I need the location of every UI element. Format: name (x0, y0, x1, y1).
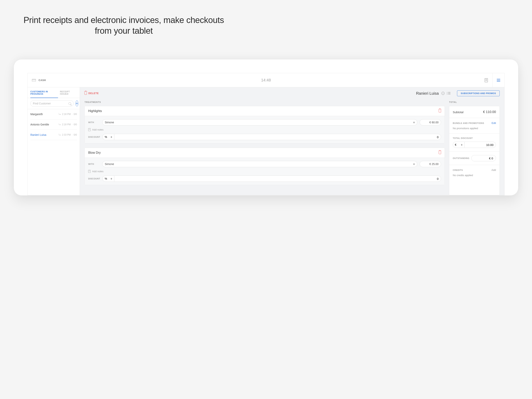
discount-label: DISCOUNT (88, 178, 100, 180)
enter-icon (59, 113, 61, 115)
delete-button[interactable]: DELETE (84, 92, 99, 95)
customer-item[interactable]: Ranieri Luisa 2:33 PM · 0/0 (30, 130, 77, 140)
search-row: + (28, 98, 80, 109)
notes-icon (88, 170, 90, 173)
notes-icon (88, 128, 90, 131)
discount-value-input[interactable]: 0 (114, 134, 247, 140)
card-icon (32, 79, 36, 82)
add-notes-button[interactable]: Add notes (88, 128, 247, 131)
delete-label: DELETE (89, 92, 99, 95)
customer-time: 2:18 PM (62, 123, 71, 126)
search-icon (69, 102, 71, 105)
stepper-icon (111, 135, 112, 139)
section-title: CASH (38, 79, 46, 82)
enter-icon (59, 134, 61, 135)
dot-sep: · (72, 134, 72, 136)
discount-type-value: % (105, 177, 107, 180)
staff-value: Simone (105, 162, 114, 166)
customer-count: 0/0 (74, 113, 77, 116)
customer-item[interactable]: Margareth 2:18 PM · 0/0 (30, 109, 77, 119)
hero-title: Print receipts and electronic invoices, … (0, 0, 247, 36)
notes-label: Add notes (92, 128, 104, 131)
dot-sep: · (72, 123, 72, 126)
sidebar-tabs: CUSTOMERS IN PROGRESS RECEIPT ISSUED (28, 87, 80, 98)
trash-icon (84, 92, 87, 95)
top-bar-left: CASH (28, 79, 46, 82)
main-header: DELETE Ranieri Luisa i SUBSCRIPTIONS AND… (80, 87, 247, 99)
treatment-name: Highlights (88, 109, 102, 113)
customer-meta: 2:18 PM · 0/0 (59, 113, 77, 116)
treatments-column: TREATMENTS Highlights WITH (84, 99, 247, 186)
customer-meta: 2:18 PM · 0/0 (59, 123, 77, 126)
dot-sep: · (72, 113, 72, 116)
enter-icon (59, 123, 61, 125)
discount-value-input[interactable]: 0 (114, 176, 247, 182)
customer-name: Margareth (30, 113, 43, 116)
customer-time: 2:18 PM (62, 113, 71, 116)
discount-type-select[interactable]: % (103, 134, 114, 140)
tab-receipt-issued[interactable]: RECEIPT ISSUED (60, 87, 77, 98)
search-field[interactable] (30, 100, 74, 107)
customer-meta: 2:33 PM · 0/0 (59, 134, 77, 136)
staff-select[interactable]: Simone (102, 161, 247, 167)
with-label: WITH (88, 121, 100, 123)
discount-type-select[interactable]: % (103, 176, 114, 182)
customer-name: Ranieri Luisa (30, 133, 46, 136)
sidebar: CUSTOMERS IN PROGRESS RECEIPT ISSUED + M… (28, 87, 80, 186)
customer-name: Antonio Gentile (30, 123, 49, 126)
customer-count: 0/0 (74, 134, 77, 136)
treatment-card: Blow Dry WITH Simone (84, 148, 247, 185)
tablet-frame: CASH 14:48 CUSTOMERS IN PROGRESS RECEIPT… (14, 59, 247, 186)
discount-input-group: % 0 (102, 134, 247, 140)
tab-customers-in-progress[interactable]: CUSTOMERS IN PROGRESS (30, 87, 58, 98)
discount-label: DISCOUNT (88, 136, 100, 138)
add-customer-button[interactable]: + (76, 101, 78, 106)
customer-list: Margareth 2:18 PM · 0/0 Antonio Gentile … (28, 109, 80, 186)
notes-label: Add notes (92, 170, 104, 173)
treatments-label: TREATMENTS (84, 99, 247, 106)
top-bar: CASH 14:48 (28, 73, 247, 87)
main-body: TREATMENTS Highlights WITH (80, 99, 247, 186)
main: DELETE Ranieri Luisa i SUBSCRIPTIONS AND… (80, 87, 247, 186)
customer-count: 0/0 (74, 123, 77, 126)
stepper-icon (111, 177, 112, 180)
discount-input-group: % 0 (102, 175, 247, 182)
search-input[interactable] (33, 102, 67, 105)
discount-type-value: % (105, 135, 107, 139)
staff-value: Simone (105, 121, 114, 124)
content: CUSTOMERS IN PROGRESS RECEIPT ISSUED + M… (28, 87, 247, 186)
add-notes-button[interactable]: Add notes (88, 170, 247, 173)
app-window: CASH 14:48 CUSTOMERS IN PROGRESS RECEIPT… (27, 73, 247, 186)
customer-time: 2:33 PM (62, 134, 71, 136)
treatment-name: Blow Dry (88, 151, 101, 154)
staff-select[interactable]: Simone (102, 119, 247, 125)
treatment-card: Highlights WITH Simone (84, 106, 247, 143)
with-label: WITH (88, 163, 100, 165)
customer-item[interactable]: Antonio Gentile 2:18 PM · 0/0 (30, 119, 77, 130)
